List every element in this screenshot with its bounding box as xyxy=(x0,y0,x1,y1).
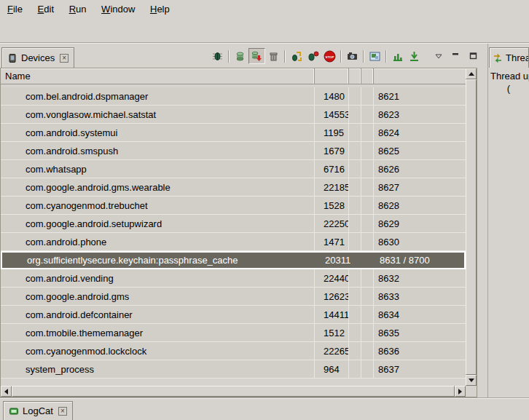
capture-pull-button[interactable] xyxy=(406,48,423,64)
table-row[interactable]: com.google.android.setupwizard222508629 xyxy=(1,215,466,233)
threads-panel: Threads Thread up ( xyxy=(487,44,529,397)
threads-tab-bar: Threads xyxy=(488,44,529,68)
dump-hprof-button[interactable] xyxy=(248,48,265,64)
menu-edit[interactable]: Edit xyxy=(38,0,54,19)
table-row[interactable]: com.android.vending224408632 xyxy=(1,269,466,288)
process-port: 8630 xyxy=(374,233,466,250)
column-header-pid[interactable] xyxy=(315,68,349,84)
update-heap-icon xyxy=(234,50,246,63)
update-heap-button[interactable] xyxy=(232,48,248,64)
process-name: com.google.android.gms.wearable xyxy=(1,178,315,196)
start-method-profiling-button[interactable] xyxy=(305,48,321,64)
process-port: 8636 xyxy=(374,342,466,360)
column-header-port[interactable] xyxy=(374,68,466,84)
table-row[interactable]: system_process9648637 xyxy=(1,360,466,379)
table-row[interactable]: com.google.android.gms126238633 xyxy=(1,288,466,306)
scroll-left-icon[interactable] xyxy=(1,386,12,397)
empty-cell xyxy=(349,160,361,178)
empty-cell xyxy=(349,324,361,341)
process-pid: 14553 xyxy=(315,106,349,123)
vertical-scroll-thumb[interactable] xyxy=(466,79,477,375)
table-row[interactable]: com.cyanogenmod.trebuchet15288628 xyxy=(1,197,466,215)
threads-tab-label: Threads xyxy=(506,52,529,63)
process-name: com.android.defcontainer xyxy=(1,306,315,323)
close-icon[interactable]: × xyxy=(58,407,67,416)
process-pid: 1480 xyxy=(315,87,349,105)
empty-cell xyxy=(349,288,361,305)
empty-cell xyxy=(349,124,361,141)
minimize-button[interactable] xyxy=(450,50,462,62)
table-row[interactable]: com.google.android.gms.wearable221858627 xyxy=(1,178,466,197)
menu-bar: File Edit Run Window Help xyxy=(0,0,529,19)
table-row[interactable]: com.android.smspush16798625 xyxy=(1,142,466,160)
maximize-button[interactable] xyxy=(468,50,479,62)
menu-file[interactable]: File xyxy=(7,0,23,19)
minimize-icon xyxy=(451,51,461,61)
view-hierarchy-button[interactable] xyxy=(367,48,383,64)
table-row[interactable]: com.cyanogenmod.lockclock222658636 xyxy=(1,342,466,360)
screen-capture-button[interactable] xyxy=(344,48,361,64)
horizontal-scrollbar[interactable] xyxy=(1,386,466,397)
tab-devices[interactable]: Devices × xyxy=(1,47,74,68)
column-header-name[interactable]: Name xyxy=(1,68,315,84)
devices-tab-icon xyxy=(7,53,17,63)
table-row[interactable]: com.tmobile.thememanager15128635 xyxy=(1,324,466,342)
empty-cell xyxy=(361,106,374,123)
tab-threads[interactable]: Threads xyxy=(489,47,529,68)
scroll-down-icon[interactable] xyxy=(466,375,477,386)
view-menu-button[interactable] xyxy=(433,50,444,62)
table-row[interactable]: com.android.phone14718630 xyxy=(1,233,466,251)
empty-cell xyxy=(349,360,361,378)
empty-cell xyxy=(349,269,361,287)
process-pid: 20311 xyxy=(316,253,350,268)
debug-process-button[interactable] xyxy=(209,48,226,64)
cause-gc-button[interactable] xyxy=(265,48,282,64)
process-port: 8633 xyxy=(374,288,466,305)
empty-cell xyxy=(361,124,374,141)
menu-run[interactable]: Run xyxy=(69,0,87,19)
scroll-right-icon[interactable] xyxy=(455,386,466,397)
process-name: org.sufficientlysecure.keychain:passphra… xyxy=(2,253,316,268)
stop-process-button[interactable]: STOP xyxy=(321,48,338,64)
tab-logcat[interactable]: LogCat × xyxy=(3,401,73,420)
debug-process-icon xyxy=(211,50,224,63)
horizontal-scroll-thumb[interactable] xyxy=(12,386,455,397)
menu-help[interactable]: Help xyxy=(150,0,170,19)
process-port: 8621 xyxy=(374,87,466,105)
scroll-up-icon[interactable] xyxy=(466,68,477,79)
table-row[interactable]: com.android.systemui11958624 xyxy=(1,124,466,142)
menu-window[interactable]: Window xyxy=(101,0,135,19)
process-pid: 22250 xyxy=(315,215,349,232)
table-row[interactable]: org.sufficientlysecure.keychain:passphra… xyxy=(1,251,466,269)
empty-cell xyxy=(361,342,374,360)
table-row[interactable]: com.vonglasow.michael.satstat145538623 xyxy=(1,106,466,124)
process-name: com.google.android.setupwizard xyxy=(1,215,315,232)
column-header-empty[interactable] xyxy=(361,68,374,84)
process-port: 8637 xyxy=(374,360,466,378)
table-row[interactable]: com.android.defcontainer144118634 xyxy=(1,306,466,324)
process-name: system_process xyxy=(1,360,315,378)
table-row[interactable]: com.bel.android.dspmanager14808621 xyxy=(1,87,466,106)
process-port: 8624 xyxy=(374,124,466,141)
process-pid: 1471 xyxy=(315,233,349,250)
capture-pull-icon xyxy=(408,50,420,63)
vertical-scrollbar[interactable] xyxy=(466,68,477,386)
empty-cell xyxy=(361,324,374,341)
process-name: com.android.smspush xyxy=(1,142,315,159)
threads-message-line2: ( xyxy=(488,83,529,94)
column-header-empty[interactable] xyxy=(349,68,361,84)
sysinfo-button[interactable] xyxy=(389,48,406,64)
process-port: 8628 xyxy=(374,197,466,214)
process-name: com.google.android.gms xyxy=(1,288,315,305)
table-row[interactable]: com.whatsapp67168626 xyxy=(1,160,466,178)
empty-cell xyxy=(361,233,374,250)
process-list: com.bel.android.dspmanager14808621com.vo… xyxy=(1,84,466,386)
close-icon[interactable]: × xyxy=(60,54,68,63)
process-port: 8627 xyxy=(374,178,466,196)
process-name: com.tmobile.thememanager xyxy=(1,324,315,341)
update-threads-button[interactable] xyxy=(288,48,305,64)
process-port: 8635 xyxy=(374,324,466,341)
empty-cell xyxy=(361,142,374,159)
process-port: 8632 xyxy=(374,269,466,287)
screen-capture-icon xyxy=(346,50,358,63)
